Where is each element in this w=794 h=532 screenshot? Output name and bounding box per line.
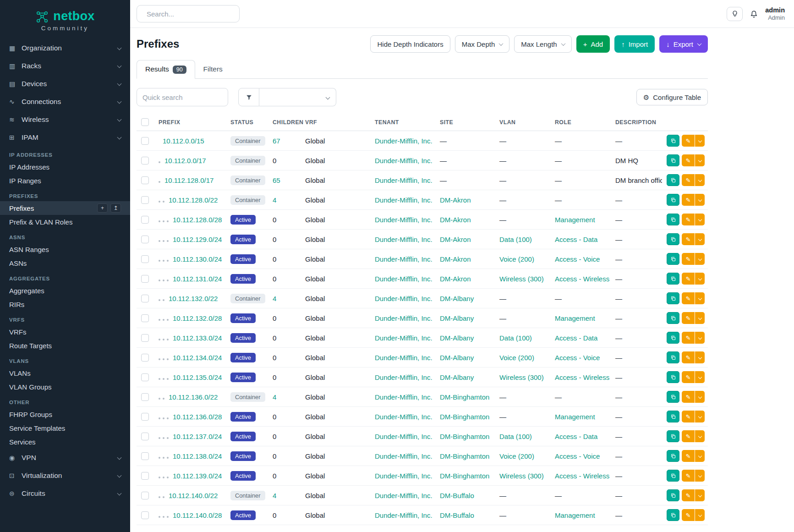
children-count-link[interactable]: 67 xyxy=(273,137,280,145)
row-dropdown-button[interactable] xyxy=(695,430,705,442)
site-link[interactable]: DM-Akron xyxy=(440,236,471,243)
notifications-button[interactable] xyxy=(750,10,758,18)
edit-button[interactable]: ✎ xyxy=(682,273,695,285)
role-link[interactable]: Access - Voice xyxy=(555,354,600,362)
tenant-link[interactable]: Dunder-Mifflin, Inc. xyxy=(375,176,433,184)
clone-button[interactable] xyxy=(667,332,679,344)
prefix-link[interactable]: 10.112.132.0/22 xyxy=(169,295,218,302)
site-link[interactable]: DM-Buffalo xyxy=(440,511,474,519)
row-dropdown-button[interactable] xyxy=(695,194,705,206)
prefix-link[interactable]: 10.112.129.0/24 xyxy=(173,236,222,243)
sidebar-item-route-targets[interactable]: Route Targets xyxy=(0,339,130,352)
sidebar-item-ipam[interactable]: ⊞IPAM xyxy=(0,128,130,146)
vlan-link[interactable]: Data (100) xyxy=(499,334,532,342)
role-link[interactable]: Management xyxy=(555,511,595,519)
role-link[interactable]: Management xyxy=(555,314,595,322)
edit-button[interactable]: ✎ xyxy=(682,489,695,501)
tenant-link[interactable]: Dunder-Mifflin, Inc. xyxy=(375,492,433,499)
add-button[interactable]: +Add xyxy=(576,35,610,53)
row-dropdown-button[interactable] xyxy=(695,509,705,521)
vlan-link[interactable]: Wireless (300) xyxy=(499,472,544,480)
prefix-link[interactable]: 10.112.130.0/24 xyxy=(173,255,222,263)
edit-button[interactable]: ✎ xyxy=(682,351,695,363)
column-header-status[interactable]: STATUS xyxy=(226,114,268,131)
role-link[interactable]: Access - Data xyxy=(555,334,597,342)
row-checkbox[interactable] xyxy=(141,472,149,480)
theme-toggle-button[interactable] xyxy=(727,7,743,21)
row-checkbox[interactable] xyxy=(141,176,149,184)
column-header-tenant[interactable]: TENANT xyxy=(370,114,435,131)
prefix-link[interactable]: 10.112.131.0/24 xyxy=(173,275,222,283)
select-all-checkbox[interactable] xyxy=(141,118,149,126)
prefix-link[interactable]: 10.112.128.0/28 xyxy=(173,216,222,224)
sidebar-item-asns[interactable]: ASNs xyxy=(0,256,130,270)
column-header-description[interactable]: DESCRIPTION xyxy=(611,114,662,131)
tenant-link[interactable]: Dunder-Mifflin, Inc. xyxy=(375,236,433,243)
tenant-link[interactable]: Dunder-Mifflin, Inc. xyxy=(375,452,433,460)
row-dropdown-button[interactable] xyxy=(695,470,705,482)
clone-button[interactable] xyxy=(667,194,679,206)
role-link[interactable]: Access - Voice xyxy=(555,255,600,263)
sidebar-item-wireless[interactable]: ≋Wireless xyxy=(0,110,130,128)
clone-button[interactable] xyxy=(667,411,679,422)
edit-button[interactable]: ✎ xyxy=(682,470,695,482)
sidebar-item-vlans[interactable]: VLANs xyxy=(0,366,130,380)
row-checkbox[interactable] xyxy=(141,314,149,322)
edit-button[interactable]: ✎ xyxy=(682,135,695,147)
vlan-link[interactable]: Voice (200) xyxy=(499,452,534,460)
add-prefix-button[interactable]: + xyxy=(97,203,108,213)
row-checkbox[interactable] xyxy=(141,492,149,499)
vlan-link[interactable]: Wireless (300) xyxy=(499,373,544,381)
row-dropdown-button[interactable] xyxy=(695,450,705,462)
saved-filter-select[interactable] xyxy=(259,88,336,106)
sidebar-item-rirs[interactable]: RIRs xyxy=(0,297,130,311)
edit-button[interactable]: ✎ xyxy=(682,194,695,206)
row-checkbox[interactable] xyxy=(141,354,149,362)
configure-table-button[interactable]: ⚙ Configure Table xyxy=(636,89,708,105)
tab-results[interactable]: Results90 xyxy=(137,60,195,79)
filter-button[interactable] xyxy=(238,88,259,106)
column-header-prefix[interactable]: PREFIX xyxy=(154,114,226,131)
role-link[interactable]: Access - Data xyxy=(555,236,597,243)
row-checkbox[interactable] xyxy=(141,255,149,263)
children-count-link[interactable]: 65 xyxy=(273,176,280,184)
column-header-site[interactable]: SITE xyxy=(435,114,495,131)
prefix-link[interactable]: 10.112.133.0/24 xyxy=(173,334,222,342)
max-depth-button[interactable]: Max Depth xyxy=(455,35,510,53)
row-checkbox[interactable] xyxy=(141,433,149,440)
site-link[interactable]: DM-Albany xyxy=(440,295,474,302)
clone-button[interactable] xyxy=(667,430,679,442)
row-checkbox[interactable] xyxy=(141,393,149,401)
row-dropdown-button[interactable] xyxy=(695,135,705,147)
tenant-link[interactable]: Dunder-Mifflin, Inc. xyxy=(375,354,433,362)
sidebar-item-devices[interactable]: ▤Devices xyxy=(0,75,130,93)
export-button[interactable]: ↓Export xyxy=(659,35,708,53)
prefix-link[interactable]: 10.112.0.0/15 xyxy=(163,137,204,145)
prefix-link[interactable]: 10.112.136.0/22 xyxy=(169,393,218,401)
row-dropdown-button[interactable] xyxy=(695,332,705,344)
clone-button[interactable] xyxy=(667,312,679,324)
prefix-link[interactable]: 10.112.135.0/24 xyxy=(173,373,222,381)
row-checkbox[interactable] xyxy=(141,137,149,145)
global-search[interactable] xyxy=(137,5,240,22)
site-link[interactable]: DM-Akron xyxy=(440,196,471,204)
column-header-vrf[interactable]: VRF xyxy=(301,114,370,131)
prefix-link[interactable]: 10.112.140.0/22 xyxy=(169,492,218,499)
row-checkbox[interactable] xyxy=(141,196,149,204)
sidebar-item-organization[interactable]: ▦Organization xyxy=(0,39,130,57)
clone-button[interactable] xyxy=(667,273,679,285)
edit-button[interactable]: ✎ xyxy=(682,332,695,344)
tenant-link[interactable]: Dunder-Mifflin, Inc. xyxy=(375,255,433,263)
row-checkbox[interactable] xyxy=(141,511,149,519)
clone-button[interactable] xyxy=(667,174,679,186)
sidebar-item-ip-addresses[interactable]: IP Addresses xyxy=(0,160,130,174)
row-checkbox[interactable] xyxy=(141,413,149,421)
quick-search-input[interactable] xyxy=(137,88,228,106)
row-dropdown-button[interactable] xyxy=(695,391,705,403)
clone-button[interactable] xyxy=(667,391,679,403)
row-dropdown-button[interactable] xyxy=(695,411,705,422)
row-checkbox[interactable] xyxy=(141,295,149,302)
import-prefix-button[interactable]: ↥ xyxy=(110,203,121,213)
hide-depth-indicators-button[interactable]: Hide Depth Indicators xyxy=(370,35,450,53)
clone-button[interactable] xyxy=(667,450,679,462)
